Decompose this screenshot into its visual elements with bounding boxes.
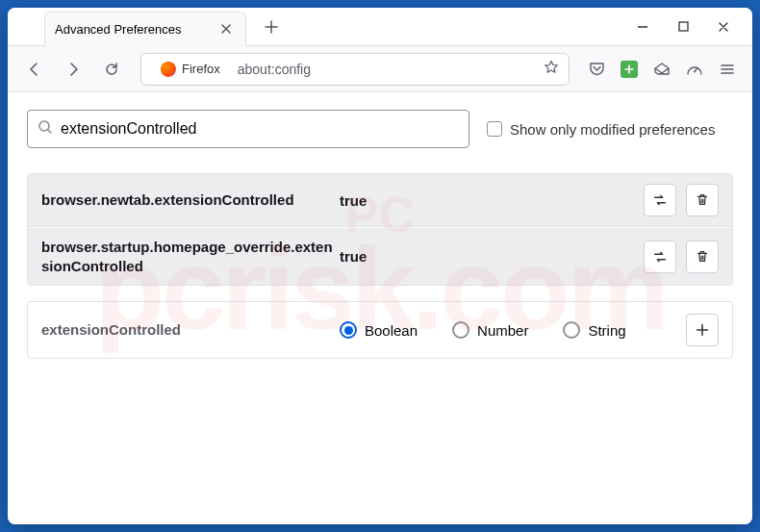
type-option-boolean[interactable]: Boolean <box>340 321 418 339</box>
arrow-right-icon <box>65 62 81 77</box>
star-icon <box>544 60 559 75</box>
pocket-button[interactable] <box>587 60 606 79</box>
window-controls <box>633 17 752 37</box>
svg-point-1 <box>694 70 696 72</box>
delete-button[interactable] <box>686 184 719 216</box>
forward-button[interactable] <box>58 54 89 85</box>
identity-label: Firefox <box>182 62 220 76</box>
search-box[interactable] <box>27 110 469 148</box>
url-text: about:config <box>238 62 536 77</box>
trash-icon <box>695 249 710 265</box>
preference-name: browser.startup.homepage_override.extens… <box>41 238 340 275</box>
preference-list: browser.newtab.extensionControlled true … <box>27 173 733 286</box>
svg-rect-0 <box>679 22 688 31</box>
close-icon <box>718 21 729 33</box>
radio-icon <box>340 321 357 339</box>
arrow-left-icon <box>27 62 42 77</box>
type-option-number[interactable]: Number <box>452 321 528 339</box>
search-icon <box>38 119 53 139</box>
toggle-button[interactable] <box>644 241 676 273</box>
extensions-button[interactable] <box>620 60 639 79</box>
titlebar: Advanced Preferences <box>8 8 752 46</box>
url-bar[interactable]: Firefox about:config <box>140 53 570 86</box>
show-only-label: Show only modified preferences <box>510 121 715 138</box>
preference-value: true <box>340 248 644 265</box>
reload-icon <box>104 62 119 77</box>
minimize-button[interactable] <box>633 17 652 37</box>
trash-icon <box>695 192 710 208</box>
tab-title: Advanced Preferences <box>55 22 182 37</box>
close-window-button[interactable] <box>714 17 733 37</box>
identity-badge[interactable]: Firefox <box>151 60 230 79</box>
toggle-icon <box>652 249 668 265</box>
type-label: Number <box>477 322 528 339</box>
add-preference-button[interactable] <box>686 314 719 346</box>
type-label: String <box>588 322 625 339</box>
app-menu-button[interactable] <box>718 60 737 79</box>
preference-actions <box>644 184 719 216</box>
new-preference-row: extensionControlled Boolean Number Strin… <box>27 301 733 359</box>
toolbar-icons <box>583 60 741 79</box>
preference-row[interactable]: browser.startup.homepage_override.extens… <box>28 228 732 285</box>
checkbox-icon <box>487 121 502 137</box>
preference-value: true <box>340 192 644 209</box>
tab-close-button[interactable] <box>216 19 236 38</box>
hamburger-icon <box>720 62 735 77</box>
bookmark-star-button[interactable] <box>544 60 559 79</box>
type-option-string[interactable]: String <box>563 321 625 339</box>
toolbar: Firefox about:config <box>8 46 752 92</box>
radio-icon <box>452 321 469 339</box>
gauge-icon <box>686 61 703 78</box>
extension-icon <box>621 61 638 78</box>
browser-window: Advanced Preferences Firefox about:confi… <box>8 8 752 524</box>
radio-icon <box>563 321 580 339</box>
maximize-button[interactable] <box>673 17 693 37</box>
type-radio-group: Boolean Number String <box>340 321 686 339</box>
reload-button[interactable] <box>96 54 127 85</box>
preference-row[interactable]: browser.newtab.extensionControlled true <box>28 174 732 227</box>
firefox-logo-icon <box>161 62 176 77</box>
plus-icon <box>265 20 278 34</box>
profile-button[interactable] <box>685 60 704 79</box>
toggle-icon <box>652 192 668 208</box>
search-row: Show only modified preferences <box>27 110 733 148</box>
new-tab-button[interactable] <box>258 13 285 40</box>
maximize-icon <box>678 21 689 32</box>
minimize-icon <box>637 21 648 33</box>
search-input[interactable] <box>61 120 459 138</box>
pocket-icon <box>589 61 605 77</box>
browser-tab[interactable]: Advanced Preferences <box>44 12 246 46</box>
new-preference-name: extensionControlled <box>41 320 340 340</box>
close-icon <box>220 23 232 35</box>
delete-button[interactable] <box>686 241 719 273</box>
inbox-button[interactable] <box>652 60 671 79</box>
preference-actions <box>644 241 719 273</box>
plus-icon <box>695 322 710 338</box>
show-only-modified-option[interactable]: Show only modified preferences <box>487 121 715 138</box>
inbox-icon <box>653 61 671 78</box>
preference-name: browser.newtab.extensionControlled <box>41 190 340 210</box>
type-label: Boolean <box>365 322 418 339</box>
back-button[interactable] <box>19 54 50 85</box>
toggle-button[interactable] <box>644 184 676 216</box>
about-config-content: Show only modified preferences browser.n… <box>8 92 752 524</box>
